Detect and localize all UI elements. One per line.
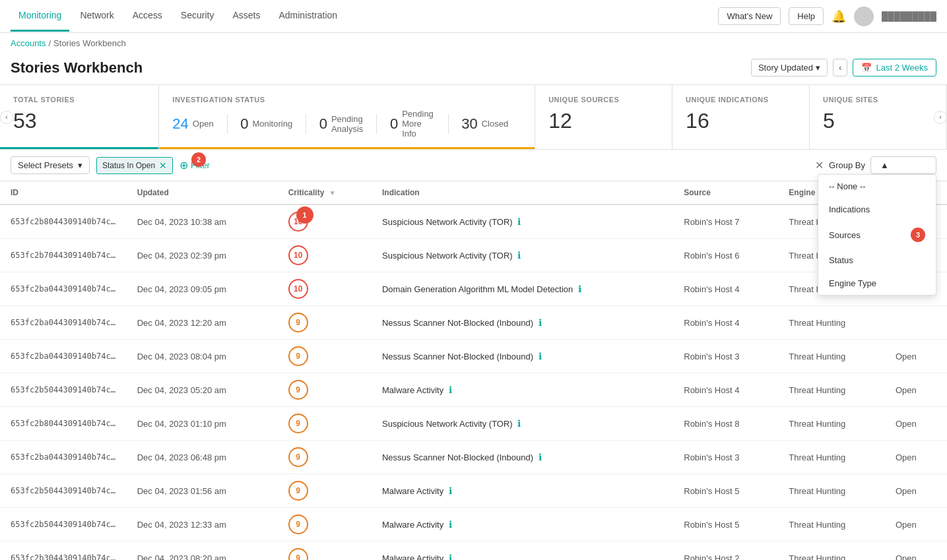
nav-item-monitoring[interactable]: Monitoring [11, 1, 69, 32]
cell-updated-0: Dec 04, 2023 10:38 am [127, 204, 278, 239]
group-by-option-none[interactable]: -- None -- [818, 175, 936, 198]
info-icon-6[interactable]: ℹ [517, 418, 521, 429]
filter-tag-remove[interactable]: ✕ [159, 160, 167, 171]
cell-criticality-2: 10 [278, 272, 372, 306]
cell-criticality-5: 9 [278, 373, 372, 407]
cell-indication-1: Suspicious Network Activity (TOR) ℹ [372, 239, 673, 272]
nav-left: Monitoring Network Access Security Asset… [11, 1, 345, 32]
nav-item-network[interactable]: Network [72, 1, 121, 32]
cell-status-4: Open [885, 340, 947, 373]
table-row[interactable]: 653fc2b3044309140b74c... Dec 04, 2023 08… [0, 542, 947, 561]
cell-id-4: 653fc2ba044309140b74c... [0, 340, 127, 373]
date-range-label: Last 2 Weeks [876, 63, 928, 73]
info-icon-2[interactable]: ℹ [578, 284, 581, 294]
info-icon-5[interactable]: ℹ [449, 385, 452, 395]
inv-separator-4 [448, 114, 449, 134]
group-by-option-sources[interactable]: Sources 3 [818, 221, 936, 249]
cell-status-10: Open [885, 542, 947, 561]
plus-icon: ⊕ [180, 159, 188, 171]
nav-item-access[interactable]: Access [125, 1, 170, 32]
table-row[interactable]: 653fc2b5044309140b74c... Dec 04, 2023 12… [0, 508, 947, 542]
table-row[interactable]: 653fc2b5044309140b74c... Dec 04, 2023 05… [0, 373, 947, 407]
table-row[interactable]: 653fc2b8044309140b74c... Dec 04, 2023 10… [0, 204, 947, 239]
info-icon-1[interactable]: ℹ [517, 250, 521, 261]
cell-source-4: Robin's Host 3 [673, 340, 778, 373]
group-by-button[interactable]: ▲ [870, 156, 936, 174]
prev-arrow-button[interactable]: ‹ [833, 59, 847, 77]
group-by-option-indications[interactable]: Indications [818, 198, 936, 221]
cell-engine-6: Threat Hunting [778, 407, 885, 441]
info-icon-9[interactable]: ℹ [449, 519, 452, 530]
table-row[interactable]: 653fc2b7044309140b74c... Dec 04, 2023 02… [0, 239, 947, 272]
cell-id-8: 653fc2b5044309140b74c... [0, 474, 127, 508]
col-header-id[interactable]: ID [0, 181, 127, 204]
group-by-dropdown[interactable]: ▲ -- None -- Indications Sources 3 Statu… [870, 156, 936, 174]
nav-right: What's New Help 🔔 █████████ [718, 7, 936, 26]
group-by-option-status[interactable]: Status [818, 249, 936, 272]
criticality-badge-1: 10 [288, 245, 308, 265]
table-row[interactable]: 653fc2ba044309140b74c... Dec 04, 2023 06… [0, 441, 947, 474]
unique-sources-label: UNIQUE SOURCES [548, 96, 659, 104]
col-header-source[interactable]: Source [673, 181, 778, 204]
stat-investigation-status: INVESTIGATION STATUS 24 Open 0 Monitorin… [159, 85, 535, 149]
col-header-updated[interactable]: Updated [127, 181, 278, 204]
info-icon-7[interactable]: ℹ [539, 452, 542, 462]
stat-unique-sources: UNIQUE SOURCES 12 [535, 85, 672, 149]
cell-engine-10: Threat Hunting [778, 542, 885, 561]
nav-item-administration[interactable]: Administration [271, 1, 345, 32]
info-icon-8[interactable]: ℹ [449, 485, 452, 496]
col-header-criticality[interactable]: Criticality ▼ [278, 181, 372, 204]
date-range-button[interactable]: 📅 Last 2 Weeks [853, 59, 936, 77]
table-header: ID Updated Criticality ▼ Indication Sour… [0, 181, 947, 204]
cell-engine-9: Threat Hunting [778, 508, 885, 542]
inv-count-closed: 30 [461, 115, 477, 133]
nav-item-assets[interactable]: Assets [224, 1, 268, 32]
nav-item-security[interactable]: Security [173, 1, 222, 32]
cell-engine-8: Threat Hunting [778, 474, 885, 508]
group-by-sources-label: Sources [829, 230, 861, 240]
unique-indications-value: 16 [686, 109, 796, 133]
criticality-badge-3: 9 [288, 313, 308, 332]
inv-count-monitoring: 0 [240, 115, 248, 133]
info-icon-3[interactable]: ℹ [539, 317, 542, 328]
col-header-indication[interactable]: Indication [372, 181, 673, 204]
group-by-option-engine-type[interactable]: Engine Type [818, 272, 936, 295]
breadcrumb-parent[interactable]: Accounts [11, 38, 46, 48]
story-updated-button[interactable]: Story Updated ▾ [751, 59, 828, 77]
notifications-icon[interactable]: 🔔 [832, 9, 846, 24]
scroll-right-button[interactable]: › [934, 111, 947, 124]
header-controls: Story Updated ▾ ‹ 📅 Last 2 Weeks [751, 59, 936, 77]
table-row[interactable]: 653fc2ba044309140b74c... Dec 04, 2023 12… [0, 306, 947, 340]
whats-new-button[interactable]: What's New [718, 7, 781, 25]
criticality-badge-6: 9 [288, 414, 308, 433]
sort-icon-criticality: ▼ [329, 189, 336, 197]
clear-filters-button[interactable]: ✕ [815, 159, 824, 171]
table-row[interactable]: 653fc2ba044309140b74c... Dec 04, 2023 08… [0, 340, 947, 373]
select-presets-dropdown[interactable]: Select Presets ▾ [11, 156, 90, 174]
info-icon-10[interactable]: ℹ [449, 553, 452, 560]
group-by-section: Group By ▲ -- None -- Indications Source… [829, 156, 936, 174]
criticality-badge-2: 10 [288, 279, 308, 299]
inv-label-pending-analysis: Pending Analysis [331, 114, 363, 134]
cell-indication-5: Malware Activity ℹ [372, 373, 673, 407]
table-row[interactable]: 653fc2b8044309140b74c... Dec 04, 2023 01… [0, 407, 947, 441]
info-icon-0[interactable]: ℹ [517, 216, 521, 227]
cell-indication-8: Malware Activity ℹ [372, 474, 673, 508]
cell-indication-9: Malware Activity ℹ [372, 508, 673, 542]
total-stories-value: 53 [13, 109, 145, 133]
scroll-left-button[interactable]: ‹ [0, 111, 13, 124]
table-row[interactable]: 653fc2b5044309140b74c... Dec 04, 2023 01… [0, 474, 947, 508]
cell-source-1: Robin's Host 6 [673, 239, 778, 272]
avatar[interactable] [854, 7, 874, 26]
help-button[interactable]: Help [789, 7, 824, 25]
criticality-badge-5: 9 [288, 380, 308, 400]
cell-id-9: 653fc2b5044309140b74c... [0, 508, 127, 542]
cell-criticality-7: 9 [278, 441, 372, 474]
unique-sites-value: 5 [823, 109, 933, 133]
info-icon-4[interactable]: ℹ [539, 351, 542, 361]
cell-indication-6: Suspicious Network Activity (TOR) ℹ [372, 407, 673, 441]
table-row[interactable]: 653fc2ba044309140b74c... Dec 04, 2023 09… [0, 272, 947, 306]
cell-updated-5: Dec 04, 2023 05:20 am [127, 373, 278, 407]
filter-bar-right: ✕ Group By ▲ -- None -- Indications Sour… [815, 156, 936, 174]
cell-updated-8: Dec 04, 2023 01:56 am [127, 474, 278, 508]
